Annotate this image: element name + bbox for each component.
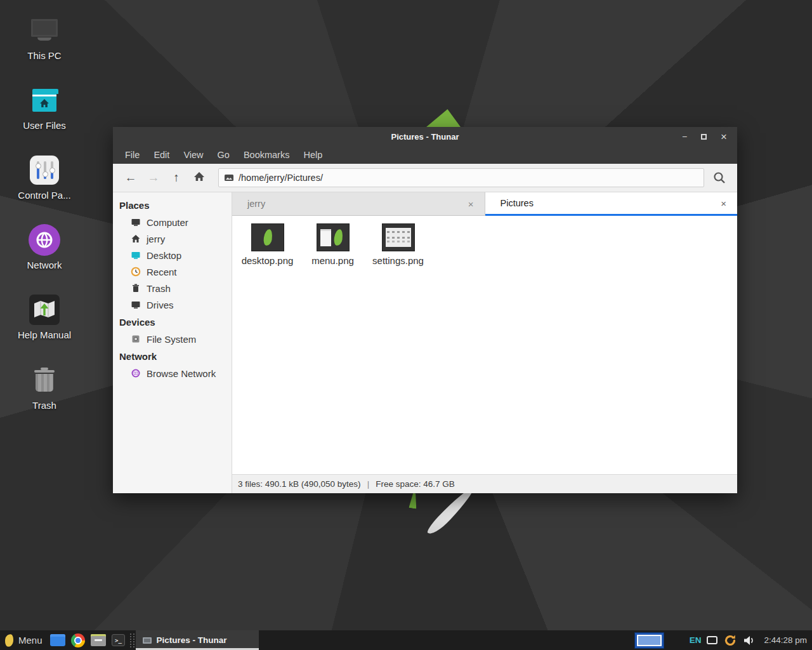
- file-name: settings.png: [365, 255, 431, 266]
- sidebar-item-label: Trash: [147, 283, 171, 294]
- sidebar-item-jerry[interactable]: jerry: [113, 230, 232, 247]
- wallpaper-logo-fragment: [409, 493, 418, 508]
- recent-clock-icon: [131, 267, 141, 277]
- desktop-icon-help-manual[interactable]: Help Manual: [6, 294, 82, 340]
- launcher-terminal[interactable]: >_: [108, 630, 129, 650]
- up-button[interactable]: ↑: [166, 171, 187, 185]
- sidebar-item-label: Computer: [147, 217, 188, 228]
- clipboard-icon[interactable]: [707, 636, 717, 644]
- maximize-icon: [701, 134, 707, 140]
- menu-view[interactable]: View: [176, 150, 210, 160]
- status-bar: 3 files: 490.1 kB (490,050 bytes) | Free…: [232, 474, 737, 493]
- maximize-button[interactable]: [701, 132, 707, 141]
- tab-pictures[interactable]: Pictures ×: [485, 192, 738, 216]
- menu-button-label: Menu: [18, 635, 43, 646]
- desktop-icon-label: User Files: [6, 120, 82, 131]
- launcher-chrome[interactable]: [68, 630, 88, 650]
- thunar-window: Pictures - Thunar − × File Edit View Go …: [113, 127, 737, 493]
- applications-menu-button[interactable]: Menu: [0, 630, 48, 650]
- trash-icon: [131, 283, 141, 293]
- volume-icon[interactable]: [743, 635, 756, 646]
- sidebar-item-desktop[interactable]: Desktop: [113, 247, 232, 263]
- menu-bookmarks[interactable]: Bookmarks: [237, 150, 297, 160]
- tab-jerry[interactable]: jerry ×: [232, 192, 485, 216]
- sidebar-item-computer[interactable]: Computer: [113, 214, 232, 230]
- sidebar-item-label: Browse Network: [147, 368, 216, 379]
- drives-icon: [131, 300, 141, 310]
- desktop-icon-this-pc[interactable]: This PC: [6, 15, 82, 61]
- workspace-1[interactable]: [637, 635, 662, 646]
- desktop-icon-trash[interactable]: Trash: [6, 364, 82, 411]
- sidebar-item-trash[interactable]: Trash: [113, 280, 232, 296]
- close-button[interactable]: ×: [721, 131, 727, 142]
- sidebar-item-drives[interactable]: Drives: [113, 296, 232, 313]
- image-file-icon: [142, 635, 152, 646]
- toolbar: ← → ↑ /home/jerry/Pictures/: [113, 164, 737, 192]
- sidebar-section-places: Places: [113, 196, 232, 214]
- sidebar-item-file-system[interactable]: File System: [113, 331, 232, 347]
- tab-label: jerry: [247, 199, 468, 209]
- desktop-icon-label: Network: [6, 260, 82, 270]
- tab-close-icon[interactable]: ×: [721, 198, 726, 209]
- taskbar: Menu >_ Pictures - Thunar EN 2:44:28: [0, 630, 812, 650]
- file-item-desktop-png[interactable]: desktop.png: [235, 221, 300, 266]
- status-separator: |: [367, 479, 370, 489]
- image-thumbnail: [251, 223, 284, 251]
- computer-icon: [29, 15, 60, 46]
- keyboard-layout-indicator[interactable]: EN: [690, 635, 702, 645]
- chrome-icon: [71, 633, 85, 647]
- updates-available-icon[interactable]: [723, 633, 737, 647]
- sidebar-item-label: Drives: [147, 300, 174, 310]
- file-item-settings-png[interactable]: settings.png: [365, 221, 431, 266]
- search-button[interactable]: [707, 171, 732, 185]
- clock[interactable]: 2:44:28 pm: [764, 635, 807, 645]
- tab-label: Pictures: [501, 198, 721, 208]
- minimize-button[interactable]: −: [682, 132, 687, 141]
- tab-close-icon[interactable]: ×: [468, 199, 474, 209]
- workspace-pager[interactable]: [634, 632, 664, 649]
- help-manual-icon: [29, 294, 60, 326]
- archive-icon: [91, 634, 106, 646]
- file-name: desktop.png: [235, 255, 300, 266]
- window-title: Pictures - Thunar: [113, 132, 737, 142]
- trash-icon: [29, 364, 60, 396]
- search-icon: [712, 171, 726, 185]
- menu-go[interactable]: Go: [211, 150, 237, 160]
- desktop-icon-network[interactable]: Network: [6, 224, 82, 270]
- desktop-icon-label: Help Manual: [6, 329, 82, 340]
- home-icon: [193, 171, 205, 182]
- sidebar-item-browse-network[interactable]: Browse Network: [113, 365, 232, 381]
- back-button[interactable]: ←: [121, 171, 141, 185]
- file-name: menu.png: [300, 255, 365, 266]
- home-button[interactable]: [189, 171, 209, 185]
- network-globe-icon: [131, 368, 141, 378]
- control-panel-icon: [29, 154, 60, 186]
- sidebar-item-label: Recent: [147, 267, 177, 277]
- sidebar-item-recent[interactable]: Recent: [113, 263, 232, 280]
- menu-edit[interactable]: Edit: [147, 150, 176, 160]
- launcher-archive[interactable]: [88, 630, 108, 650]
- desktop-icon-label: This PC: [6, 50, 82, 61]
- file-view[interactable]: desktop.png menu.png settings.png: [232, 216, 737, 474]
- titlebar[interactable]: Pictures - Thunar − ×: [113, 127, 737, 146]
- sidebar-section-devices: Devices: [113, 313, 232, 331]
- path-text: /home/jerry/Pictures/: [239, 173, 323, 183]
- sidebar-item-label: File System: [147, 334, 196, 345]
- task-button-thunar[interactable]: Pictures - Thunar: [136, 630, 259, 650]
- tasklist-grip-handle[interactable]: [130, 633, 134, 647]
- file-item-menu-png[interactable]: menu.png: [300, 221, 365, 266]
- desktop-icon-label: Trash: [6, 400, 82, 411]
- drive-icon: [131, 334, 141, 344]
- desktop-icon-user-files[interactable]: User Files: [6, 84, 82, 131]
- menu-file[interactable]: File: [118, 150, 147, 160]
- terminal-icon: >_: [112, 634, 125, 646]
- sidebar-item-label: Desktop: [147, 250, 181, 261]
- desktop-icon: [131, 250, 141, 260]
- launcher-file-manager[interactable]: [48, 630, 68, 650]
- forward-button[interactable]: →: [143, 171, 164, 185]
- task-button-label: Pictures - Thunar: [157, 635, 227, 645]
- path-bar[interactable]: /home/jerry/Pictures/: [218, 168, 704, 187]
- sidebar-section-network: Network: [113, 347, 232, 365]
- desktop-icon-control-panel[interactable]: Control Pa...: [6, 154, 82, 201]
- menu-help[interactable]: Help: [296, 150, 329, 160]
